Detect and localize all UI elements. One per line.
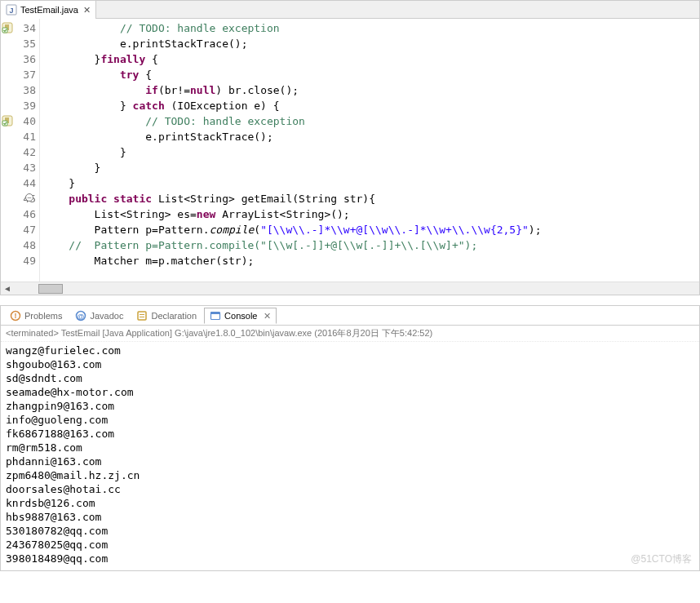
close-icon[interactable]: ✕ xyxy=(83,5,91,16)
svg-text:@: @ xyxy=(78,312,85,320)
code-line[interactable]: e.printStackTrace(); xyxy=(43,129,699,144)
console-line: zpm6480@mail.hz.zj.cn xyxy=(6,468,694,482)
code-content[interactable]: // TODO: handle exception e.printStackTr… xyxy=(40,19,699,282)
console-line: shgoubo@163.com xyxy=(6,357,694,371)
code-line[interactable]: try { xyxy=(43,67,699,82)
editor-tab-bar: J TestEmail.java ✕ xyxy=(1,1,699,19)
console-output[interactable]: wangz@furielec.comshgoubo@163.comsd@sdnd… xyxy=(1,342,699,570)
close-icon[interactable]: ✕ xyxy=(264,311,271,321)
scrollbar-thumb[interactable] xyxy=(38,284,63,294)
console-line: 243678025@qq.com xyxy=(6,538,694,552)
code-editor[interactable]: 343536373839404142434445−46474849 // TOD… xyxy=(1,19,699,282)
scroll-left-arrow-icon[interactable]: ◄ xyxy=(1,284,14,293)
console-line: fk6867188@163.com xyxy=(6,427,694,441)
tab-problems[interactable]: ! Problems xyxy=(4,308,68,324)
console-status: <terminated> TestEmail [Java Application… xyxy=(1,326,699,342)
java-file-icon: J xyxy=(6,4,17,16)
tab-label: Problems xyxy=(24,311,62,321)
editor-pane: J TestEmail.java ✕ 343536373839404142434… xyxy=(0,0,700,295)
svg-rect-16 xyxy=(211,313,220,315)
console-line: zhangpin9@163.com xyxy=(6,399,694,413)
tab-label: Declaration xyxy=(151,311,197,321)
views-pane: ! Problems @ Javadoc Declaration Console… xyxy=(0,305,700,571)
console-line: info@guoleng.com xyxy=(6,413,694,427)
line-number-gutter: 343536373839404142434445−46474849 xyxy=(1,19,40,282)
code-line[interactable]: // TODO: handle exception xyxy=(43,113,699,129)
svg-text:!: ! xyxy=(15,312,17,320)
javadoc-icon: @ xyxy=(75,310,86,321)
code-line[interactable]: } xyxy=(43,175,699,191)
console-line: seamade@hx-motor.com xyxy=(6,385,694,399)
code-line[interactable]: }finally { xyxy=(43,51,699,67)
code-line[interactable]: // TODO: handle exception xyxy=(43,20,699,36)
console-line: sd@sdndt.com xyxy=(6,371,694,385)
console-line: hbs9887@163.com xyxy=(6,510,694,524)
svg-rect-12 xyxy=(138,312,146,320)
console-line: doorsales@hotai.cc xyxy=(6,482,694,496)
code-line[interactable]: e.printStackTrace(); xyxy=(43,36,699,51)
editor-tab-testemail[interactable]: J TestEmail.java ✕ xyxy=(1,1,96,19)
code-line[interactable]: List<String> es=new ArrayList<String>(); xyxy=(43,206,699,222)
svg-rect-14 xyxy=(140,317,144,317)
horizontal-scrollbar[interactable]: ◄ xyxy=(1,282,699,295)
view-tab-bar: ! Problems @ Javadoc Declaration Console… xyxy=(1,306,699,326)
console-line: wangz@furielec.com xyxy=(6,344,694,357)
code-line[interactable]: if(br!=null) br.close(); xyxy=(43,82,699,98)
tab-label: Javadoc xyxy=(90,311,123,321)
code-line[interactable]: } xyxy=(43,160,699,175)
code-line[interactable]: } catch (IOException e) { xyxy=(43,98,699,113)
tab-console[interactable]: Console ✕ xyxy=(204,308,277,324)
declaration-icon xyxy=(136,310,148,321)
console-line: knrdsb@126.com xyxy=(6,496,694,510)
code-line[interactable]: public static List<String> getEmail(Stri… xyxy=(43,191,699,206)
svg-rect-13 xyxy=(140,314,144,315)
fold-toggle-icon[interactable]: − xyxy=(25,193,33,202)
watermark: @51CTO博客 xyxy=(631,552,692,566)
svg-text:J: J xyxy=(9,7,13,15)
code-line[interactable]: // Pattern p=Pattern.compile("[\\w[.-]]+… xyxy=(43,237,699,253)
tab-javadoc[interactable]: @ Javadoc xyxy=(69,308,129,324)
editor-tab-title: TestEmail.java xyxy=(20,5,78,15)
console-line: 398018489@qq.com xyxy=(6,552,694,565)
code-line[interactable]: } xyxy=(43,144,699,160)
code-line[interactable]: Matcher m=p.matcher(str); xyxy=(43,253,699,268)
tab-label: Console xyxy=(224,311,257,321)
problems-icon: ! xyxy=(10,310,21,321)
console-icon xyxy=(210,310,221,321)
tab-declaration[interactable]: Declaration xyxy=(131,308,202,324)
code-line[interactable]: Pattern p=Pattern.compile("[\\w\\.-]*\\w… xyxy=(43,222,699,237)
console-line: rm@rm518.com xyxy=(6,441,694,454)
console-line: phdanni@163.com xyxy=(6,454,694,468)
console-line: 530180782@qq.com xyxy=(6,524,694,538)
